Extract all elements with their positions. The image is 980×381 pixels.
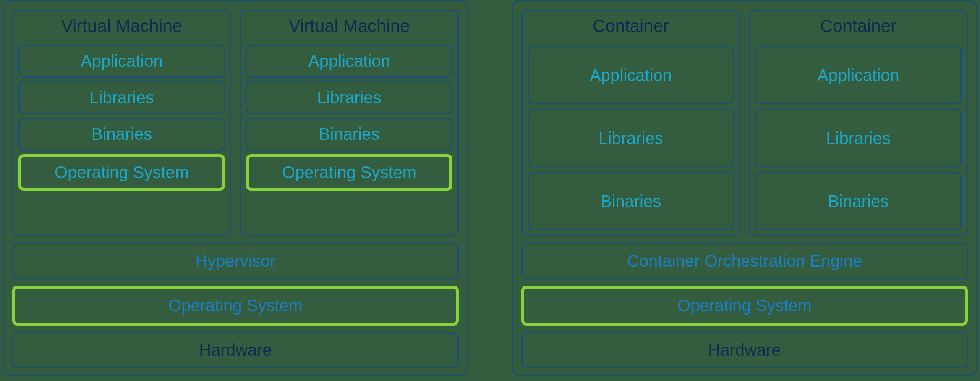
layer-application: Application (246, 45, 452, 78)
layer-binaries: Binaries (18, 118, 225, 151)
layer-binaries: Binaries (755, 172, 962, 230)
container-units-row: Container Application Libraries Binaries… (521, 10, 968, 236)
layer-application: Application (18, 45, 225, 78)
vm-unit-1: Virtual Machine Application Libraries Bi… (12, 10, 231, 236)
vm-unit-2: Virtual Machine Application Libraries Bi… (240, 10, 459, 236)
vm-unit-title: Virtual Machine (246, 11, 452, 41)
layer-libraries: Libraries (246, 81, 452, 114)
layer-libraries: Libraries (18, 81, 225, 114)
container-unit-title: Container (755, 11, 962, 41)
container-unit-title: Container (528, 11, 734, 41)
layer-operating-system: Operating System (18, 154, 225, 191)
layer-operating-system: Operating System (246, 154, 452, 191)
hypervisor-layer: Hypervisor (12, 243, 459, 279)
vm-architecture-panel: Virtual Machine Application Libraries Bi… (3, 0, 468, 376)
host-os-layer: Operating System (521, 286, 968, 326)
layer-application: Application (528, 46, 734, 104)
orchestration-layer: Container Orchestration Engine (521, 243, 968, 279)
vm-units-row: Virtual Machine Application Libraries Bi… (12, 10, 459, 236)
hardware-layer: Hardware (521, 332, 968, 368)
container-unit-2: Container Application Libraries Binaries (749, 10, 968, 236)
layer-binaries: Binaries (528, 172, 734, 230)
hardware-layer: Hardware (12, 332, 459, 368)
layer-binaries: Binaries (246, 118, 452, 151)
host-os-layer: Operating System (12, 286, 459, 326)
layer-libraries: Libraries (528, 109, 734, 167)
layer-libraries: Libraries (755, 109, 962, 167)
container-architecture-panel: Container Application Libraries Binaries… (512, 0, 977, 376)
container-unit-1: Container Application Libraries Binaries (521, 10, 740, 236)
layer-application: Application (755, 46, 962, 104)
vm-unit-title: Virtual Machine (18, 11, 225, 41)
